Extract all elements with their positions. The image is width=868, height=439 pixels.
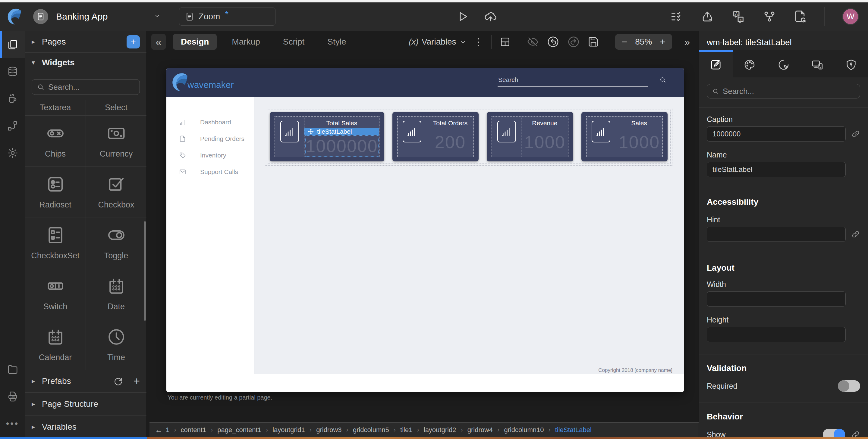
widget-time[interactable]: Time	[86, 319, 147, 370]
panel-scrollbar[interactable]	[144, 221, 146, 321]
preview-deploy-button[interactable]	[484, 10, 497, 24]
breadcrumb-item-active[interactable]: tileStatLabel	[544, 426, 592, 434]
tile-total-sales[interactable]: Total Sales tileStatLabel 1000000	[270, 112, 384, 161]
widget-toggle[interactable]: Toggle	[86, 217, 147, 268]
name-input[interactable]	[707, 162, 846, 177]
run-button[interactable]	[456, 10, 469, 23]
project-chevron-down-icon[interactable]	[154, 12, 162, 21]
widget-radioset[interactable]: Radioset	[25, 167, 86, 217]
widget-switch[interactable]: Switch	[25, 268, 86, 319]
menu-item-inventory[interactable]: Inventory	[166, 147, 254, 164]
bind-caption-link-icon[interactable]	[851, 130, 860, 138]
widget-date[interactable]: Date	[86, 268, 147, 319]
tile-revenue[interactable]: Revenue 1000	[487, 112, 573, 161]
variables-section-header[interactable]: ▸ Variables	[25, 415, 147, 437]
width-input[interactable]	[707, 292, 846, 306]
widget-textarea[interactable]: Textarea	[25, 100, 86, 115]
height-input[interactable]	[707, 327, 846, 342]
breadcrumb-item[interactable]: page_content1	[206, 426, 261, 434]
tab-design[interactable]: Design	[173, 34, 217, 50]
rail-item-java-services[interactable]	[0, 85, 25, 112]
required-toggle[interactable]	[838, 380, 860, 392]
rail-item-logs[interactable]	[0, 383, 25, 410]
save-button[interactable]	[588, 36, 599, 47]
widget-search-input[interactable]	[48, 82, 135, 92]
tab-script[interactable]: Script	[275, 34, 313, 50]
tile-sales[interactable]: Sales 1000	[581, 112, 668, 161]
breadcrumb-item[interactable]: gridcolumn5	[342, 426, 389, 434]
hint-input[interactable]	[707, 227, 846, 242]
tab-properties[interactable]	[699, 50, 733, 77]
layout-grid-button[interactable]	[499, 36, 511, 47]
localization-button[interactable]	[732, 10, 745, 24]
toolbar-separator	[491, 35, 492, 49]
tile-value-selected[interactable]: 1000000	[305, 135, 378, 157]
breadcrumb-item[interactable]: gridrow3	[305, 426, 342, 434]
show-toggle[interactable]	[823, 429, 845, 437]
breadcrumb-back-icon[interactable]: ←	[155, 426, 163, 435]
project-avatar[interactable]	[33, 9, 48, 24]
connector-icon	[7, 120, 19, 132]
app-search-icon[interactable]	[655, 76, 671, 87]
widget-currency[interactable]: Currency	[86, 115, 147, 166]
widget-checkbox[interactable]: Checkbox	[86, 167, 147, 217]
version-control-button[interactable]	[763, 10, 776, 23]
tab-devices[interactable]	[801, 50, 834, 77]
refresh-prefabs-icon[interactable]	[113, 376, 123, 386]
breadcrumb-item[interactable]: gridrow4	[456, 426, 493, 434]
bind-hint-link-icon[interactable]	[851, 230, 860, 239]
add-page-button[interactable]: +	[127, 35, 140, 48]
page-structure-section-header[interactable]: ▸ Page Structure	[25, 393, 147, 415]
expand-right-panel-button[interactable]: »	[680, 34, 694, 50]
tile-total-orders[interactable]: Total Orders 200	[393, 112, 478, 161]
widget-checkboxset[interactable]: CheckboxSet	[25, 217, 86, 268]
widget-calendar[interactable]: Calendar	[25, 319, 86, 370]
tab-styles[interactable]	[733, 50, 767, 77]
breadcrumb-item[interactable]: gridcolumn10	[493, 426, 544, 434]
tab-style[interactable]: Style	[319, 34, 354, 50]
rail-item-pages[interactable]	[0, 31, 25, 58]
breadcrumb-item[interactable]: content1	[169, 426, 206, 434]
variables-dropdown[interactable]: (x) Variables	[409, 37, 466, 47]
collapse-left-panel-button[interactable]: «	[151, 34, 166, 50]
widget-chips[interactable]: Chips	[25, 115, 86, 166]
layout-grid-row[interactable]: Total Sales tileStatLabel 1000000	[265, 108, 673, 166]
breadcrumb-item[interactable]: layoutgrid2	[412, 426, 456, 434]
file-sync-button[interactable]	[794, 10, 807, 23]
menu-item-pending-orders[interactable]: Pending Orders	[166, 130, 254, 147]
prefabs-section-header[interactable]: ▸ Prefabs +	[25, 370, 147, 393]
rail-item-more[interactable]: •••	[0, 410, 25, 437]
hide-guides-button[interactable]	[527, 36, 539, 48]
open-page-tab[interactable]: Zoom *	[179, 7, 276, 26]
breadcrumb-item[interactable]: 1	[166, 426, 169, 434]
pages-section-header[interactable]: ▸ Pages +	[25, 31, 147, 53]
rail-item-database[interactable]	[0, 58, 25, 85]
tab-markup[interactable]: Markup	[224, 34, 268, 50]
zoom-in-button[interactable]: +	[660, 36, 665, 47]
bind-show-link-icon[interactable]	[851, 430, 860, 437]
more-options-button[interactable]: ⋮	[474, 36, 484, 47]
export-button[interactable]	[701, 10, 714, 23]
widget-select[interactable]: Select	[86, 100, 147, 115]
selected-widget-label[interactable]: tileStatLabel	[304, 128, 379, 135]
breadcrumb-item[interactable]: tile1	[389, 426, 412, 434]
app-search-input[interactable]	[498, 74, 648, 87]
breadcrumb-item[interactable]: layoutgrid1	[261, 426, 305, 434]
undo-button[interactable]	[547, 36, 559, 48]
menu-item-support-calls[interactable]: Support Calls	[166, 164, 254, 180]
project-checklist-button[interactable]	[670, 10, 683, 23]
rail-item-files[interactable]	[0, 356, 25, 383]
redo-button[interactable]	[567, 36, 580, 48]
rail-item-settings[interactable]	[0, 139, 25, 167]
tab-security[interactable]	[834, 50, 868, 77]
rail-item-apis[interactable]	[0, 112, 25, 139]
user-avatar[interactable]: W	[842, 8, 859, 25]
add-prefab-icon[interactable]: +	[133, 376, 140, 386]
caption-input[interactable]	[707, 127, 846, 141]
tile-caption-column: Total Orders 200	[427, 116, 473, 157]
zoom-out-button[interactable]: −	[622, 36, 627, 47]
widgets-section-header[interactable]: ▾ Widgets	[25, 53, 147, 73]
tab-events[interactable]	[767, 50, 800, 77]
menu-item-dashboard[interactable]: Dashboard	[166, 114, 254, 130]
properties-search-input[interactable]	[723, 87, 855, 96]
